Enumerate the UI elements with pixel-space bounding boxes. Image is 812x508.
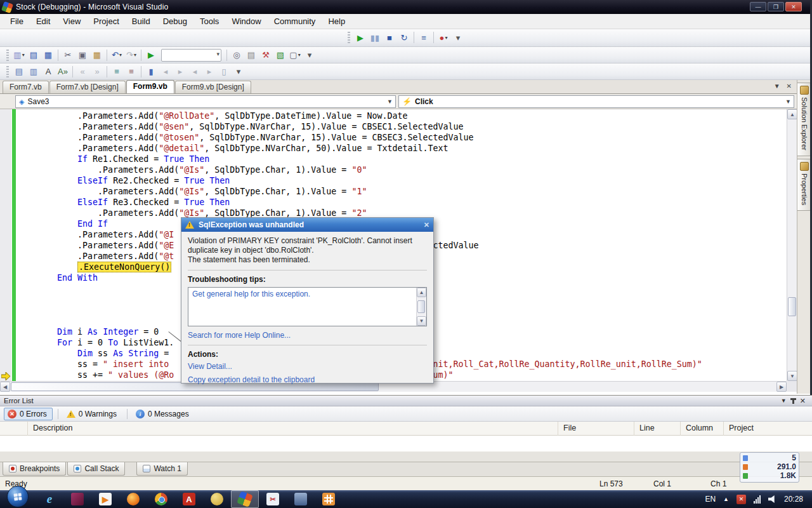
copy-icon[interactable]: ▣ [75,48,89,62]
save-icon[interactable]: ▤ [27,48,41,62]
menu-item-file[interactable]: File [4,15,30,28]
doc-tab-form7-vb-design[interactable]: Form7.vb [Design] [49,81,126,93]
event-combobox[interactable]: ⚡ Click ▼ [398,95,794,108]
complete-word-icon[interactable]: A» [56,65,70,79]
menu-item-edit[interactable]: Edit [30,15,56,28]
menu-item-help[interactable]: Help [322,15,351,28]
column-header-blank[interactable] [0,422,28,436]
start-icon[interactable]: ▶ [144,48,158,62]
tray-language[interactable]: EN [705,495,716,504]
dropdown-arrow-icon[interactable]: ▾ [445,35,447,41]
column-header-column[interactable]: Column [681,422,724,436]
side-tab-properties[interactable]: Properties [797,159,811,211]
menu-item-window[interactable]: Window [225,15,267,28]
exception-dialog-header[interactable]: SqlException was unhandled ✕ [181,218,433,232]
editor-vscrollbar[interactable]: ▲ ▼ [787,109,797,381]
dialog-close-icon[interactable]: ✕ [424,221,429,229]
utility-app-icon-slot[interactable] [203,490,231,508]
toolbox-icon[interactable]: ⚒ [259,48,273,62]
tip-link-get-general-help-for-this-exception[interactable]: Get general help for this exception. [192,290,422,298]
solution-explorer-icon[interactable]: ▧ [273,48,287,62]
search-help-link[interactable]: Search for more Help Online... [188,331,427,340]
paste-icon[interactable]: ▦ [90,48,104,62]
uncomment-icon[interactable]: ≡ [124,65,138,79]
next-bookmark-icon[interactable]: ▸ [173,65,187,79]
toggle-bookmark-icon[interactable]: ▮ [144,65,158,79]
redo-icon[interactable]: ↷▾ [124,48,138,62]
window-titlebar[interactable]: Stock (Debugging) - Microsoft Visual Stu… [0,0,812,14]
copy-exception-detail-to-the-clipboard-link[interactable]: Copy exception detail to the clipboard [188,375,427,384]
column-header-file[interactable]: File [558,422,634,436]
side-tab-solution-explorer[interactable]: Solution Explorer [797,83,811,156]
menu-item-tools[interactable]: Tools [193,15,225,28]
warnings-filter-button[interactable]: 0 Warnings [63,408,122,420]
parameter-info-icon[interactable]: ▥ [27,65,41,79]
messenger-app-icon-slot[interactable] [287,490,315,508]
restart-icon[interactable]: ↻ [397,30,411,44]
member-list-icon[interactable]: ▤ [12,65,26,79]
scroll-up-icon[interactable]: ▲ [787,109,797,119]
grid-app-icon-slot[interactable] [315,490,343,508]
toolbar-overflow-icon[interactable]: ▾ [303,48,317,62]
menu-item-build[interactable]: Build [126,15,157,28]
toolbar-grip[interactable] [348,32,350,43]
menu-item-debug[interactable]: Debug [157,15,193,28]
close-document-icon[interactable]: ✕ [787,83,792,90]
next-bookmark-folder-icon[interactable]: ▸ [202,65,216,79]
combo-dropdown-icon[interactable]: ▼ [387,98,393,105]
view-detail-link[interactable]: View Detail... [188,362,427,371]
chrome-icon-slot[interactable] [147,490,175,508]
toolbar-overflow-icon[interactable]: ▾ [451,30,465,44]
combo-dropdown-icon[interactable]: ▾ [216,51,219,57]
scroll-down-icon[interactable]: ▼ [417,316,426,326]
editor-margin[interactable] [0,109,11,381]
dropdown-arrow-icon[interactable]: ▾ [119,52,122,58]
prev-bookmark-icon[interactable]: ◂ [159,65,173,79]
tab-list-dropdown-icon[interactable]: ▼ [774,83,780,90]
menu-item-community[interactable]: Community [268,15,322,28]
start-button[interactable] [0,490,36,508]
toolbar-grip[interactable] [6,66,9,77]
scroll-down-icon[interactable]: ▼ [787,371,797,381]
breakpoints-window-icon[interactable]: ●▾ [436,30,450,44]
comment-icon[interactable]: ≡ [110,65,124,79]
network-gadget[interactable]: 5291.01.8K [740,452,799,483]
error-list-body[interactable] [0,436,812,452]
tips-listbox[interactable]: Get general help for this exception. ▲ ▼ [188,287,427,326]
add-new-item-icon[interactable]: ▥▾ [12,48,26,62]
column-header-description[interactable]: Description [28,422,558,436]
media-player-icon-slot[interactable]: ▶ [91,490,119,508]
tips-scrollbar[interactable]: ▲ ▼ [416,288,426,326]
undo-icon[interactable]: ↶▾ [110,48,124,62]
adobe-reader-icon-slot[interactable]: A [175,490,203,508]
show-next-statement-icon[interactable]: ≡ [417,30,431,44]
doc-tab-form9-vb-design[interactable]: Form9.vb [Design] [175,81,251,93]
start-debugging-icon[interactable]: ▶ [353,30,367,44]
find-in-files-icon[interactable]: ◎ [230,48,244,62]
pause-icon[interactable]: ▮▮ [368,30,382,44]
tool-tab-breakpoints[interactable]: Breakpoints [3,462,66,476]
combo-dropdown-icon[interactable]: ▼ [785,98,791,105]
messages-filter-button[interactable]: i 0 Messages [133,408,194,420]
error-list-titlebar[interactable]: Error List ▼ ✕ [0,396,812,406]
vscroll-thumb[interactable] [788,297,796,316]
pin-icon[interactable] [792,398,794,404]
tray-volume-icon[interactable] [768,495,776,503]
close-button[interactable]: ✕ [785,2,802,11]
object-combobox[interactable]: ◈ Save3 ▼ [15,95,396,108]
cut-icon[interactable]: ✂ [61,48,75,62]
tray-network-icon[interactable] [754,495,761,504]
quick-info-icon[interactable]: A [41,65,55,79]
tool-tab-call-stack[interactable]: Call Stack [67,462,125,476]
menu-item-view[interactable]: View [56,15,87,28]
close-icon[interactable]: ✕ [800,397,806,405]
doc-tab-form9-vb[interactable]: Form9.vb [126,80,174,93]
toolbar-overflow-icon[interactable]: ▾ [232,65,246,79]
tray-hidden-icons-icon[interactable]: ▲ [723,496,729,502]
tool-tab-watch-1[interactable]: Watch 1 [136,462,188,476]
properties-window-icon[interactable]: ▤ [244,48,258,62]
firefox-icon-slot[interactable] [119,490,147,508]
tray-clock[interactable]: 20:28 [784,495,803,504]
stop-icon[interactable]: ■ [383,30,396,44]
scroll-up-icon[interactable]: ▲ [417,288,426,297]
